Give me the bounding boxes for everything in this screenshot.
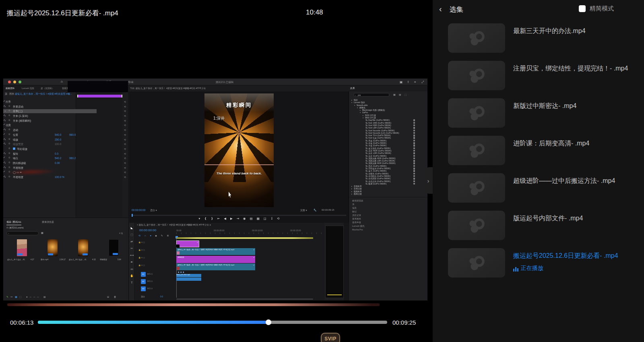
ruler-label: 00:00 bbox=[176, 229, 182, 232]
preset-checkbox-icon bbox=[413, 173, 415, 175]
effects-tree-label: SL 亮蓝 (GoPro 5800K) bbox=[365, 139, 386, 142]
playlist-item-title: 搬运起号2025.12.6日更新必看- .mp4 bbox=[513, 251, 634, 260]
effects-tree-label: 预设 bbox=[354, 99, 358, 101]
effect-value: 0.0 bbox=[55, 152, 58, 155]
twirl-icon: ▸ bbox=[5, 105, 6, 108]
video-overlay-subtitle: The three stand back to back. bbox=[204, 172, 274, 175]
effect-label: 缩放宽度 bbox=[13, 143, 23, 146]
netdisk-logo-icon bbox=[466, 66, 487, 86]
preset-checkbox-icon bbox=[413, 119, 415, 121]
track-header-v4: 🔒 ⊙ ◻ bbox=[138, 241, 145, 243]
progress-handle[interactable] bbox=[266, 319, 271, 325]
playlist-item[interactable]: 最新三天开中的办法.mp4 bbox=[448, 23, 637, 53]
twirl-icon: ▸ bbox=[5, 138, 6, 141]
playlist-item[interactable]: 超级进阶——过中后搬运方法- .mp4 bbox=[448, 173, 637, 203]
effect-label: 运动 bbox=[13, 129, 18, 132]
reset-icon: ⟲ bbox=[124, 114, 126, 117]
media-browser-tab: 媒体浏览器 bbox=[42, 220, 54, 224]
playlist-collapse-button[interactable]: › bbox=[424, 167, 433, 194]
fx-badge-icon: ⊙ bbox=[8, 109, 10, 112]
reset-icon: ⟲ bbox=[124, 110, 126, 112]
playlist-thumbnail[interactable] bbox=[448, 173, 505, 203]
playlist-item-text: 最新三天开中的办法.mp4 bbox=[513, 23, 634, 53]
twirl-icon: ▸ bbox=[351, 191, 352, 193]
playlist-item-title: 进阶课：后期变高清- .mp4 bbox=[513, 139, 634, 148]
track-a1-badge: A1 bbox=[141, 272, 146, 277]
preset-checkbox-icon bbox=[413, 178, 415, 180]
effects-view-icon: ▦ bbox=[393, 93, 396, 96]
effects-tree-label: SL 暖调 (GoPro 5800K) bbox=[365, 182, 386, 185]
fx-badge-icon: ⊙ bbox=[8, 128, 10, 131]
premiere-window-title: 测试211 已编辑 bbox=[192, 81, 257, 84]
playlist-item[interactable]: 注册贝宝，绑定结性，提现完结！- .mp4 bbox=[448, 61, 637, 90]
ruler-label: 00:00:10:00 bbox=[252, 229, 262, 232]
reset-icon: ⟲ bbox=[124, 100, 126, 103]
fx-badge-icon: ⊙ bbox=[8, 105, 10, 107]
playlist-item[interactable]: 进阶课：后期变高清- .mp4 bbox=[448, 136, 637, 165]
source-clip-row: 源 · 图形 超短儿_复个条存，周一快乐！#穿搭 #时尚复型 #嘟… bbox=[5, 92, 76, 96]
twirl-icon: ▸ bbox=[5, 119, 6, 122]
playlist-item[interactable]: 新版过中斯密达- .mp4 bbox=[448, 98, 637, 128]
preset-checkbox-icon bbox=[413, 140, 415, 142]
twirl-icon: ▾ bbox=[354, 104, 355, 106]
transport-icon: ⇥ bbox=[237, 217, 239, 220]
playlist-item[interactable]: 搬运起号2025.12.6日更新必看- .mp4 正在播放 bbox=[448, 248, 637, 278]
chevron-right-icon: › bbox=[427, 177, 429, 184]
playlist-item-text: 进阶课：后期变高清- .mp4 bbox=[513, 136, 634, 165]
track-a2-badge: A2 bbox=[141, 279, 146, 284]
checkbox-icon: ✓ bbox=[3, 99, 5, 102]
effects-tree-label: 视频过渡 bbox=[354, 193, 362, 195]
reset-icon: ⟲ bbox=[124, 133, 126, 136]
effect-row: ▸ ⊙ ✓ 文本 (精彩瞬间) ⟲ bbox=[3, 118, 129, 123]
project-footer-icons: ✎≔▦⬚ ●─── ▤ bbox=[6, 295, 48, 298]
reset-icon: ⟲ bbox=[124, 124, 126, 126]
video-frame[interactable]: ⌂ 导入 编辑 导出 测试211 已编辑 ▣ ⇧ ≡ ⤢ bbox=[3, 79, 427, 308]
effect-label: 图形 bbox=[6, 100, 11, 104]
bin-thumb-4 bbox=[109, 239, 119, 256]
clip-v4-graphic: ⊿ bbox=[176, 240, 199, 247]
fx-badge-icon: ⊙ bbox=[8, 147, 10, 149]
wrench-icon: 🔧 bbox=[314, 209, 317, 211]
panel-group-row: 媒体浏览器 bbox=[349, 199, 427, 203]
playlist-item[interactable]: 版运起号内部文件- .mp4 bbox=[448, 211, 637, 240]
clip-v4-thumb bbox=[176, 245, 180, 247]
tool-icon: T bbox=[129, 281, 134, 284]
effects-tree-label: SL Noir 70 A (GoPro 5800K) bbox=[365, 134, 391, 137]
compact-mode-toggle[interactable]: 精简模式 bbox=[579, 5, 614, 12]
playlist-thumbnail[interactable] bbox=[448, 211, 505, 240]
transport-icon: ▦ bbox=[257, 217, 260, 220]
playlist-thumbnail[interactable] bbox=[448, 61, 505, 90]
preset-checkbox-icon bbox=[413, 130, 415, 132]
checkbox-icon: ✓ bbox=[13, 147, 15, 150]
reset-icon: ⟲ bbox=[124, 166, 126, 169]
reset-icon: ⟲ bbox=[124, 105, 126, 108]
playlist-item-text: 注册贝宝，绑定结性，提现完结！- .mp4 bbox=[513, 61, 634, 90]
misc-icons: ◆ ✎ ≣ bbox=[155, 234, 170, 237]
tool-icon: ✒ bbox=[129, 261, 134, 264]
clip-a1b bbox=[176, 278, 201, 281]
effect-label: 位置 bbox=[13, 133, 18, 137]
duration-chip bbox=[48, 253, 53, 255]
effect-value: 540.0 bbox=[55, 133, 61, 136]
monitor-playhead bbox=[132, 214, 133, 217]
panel-group-row: 库 bbox=[349, 203, 427, 206]
monitor-scrub-ruler bbox=[132, 215, 346, 216]
effect-label: 文本 (精彩瞬间) bbox=[13, 119, 31, 123]
playlist-thumbnail[interactable] bbox=[448, 248, 505, 278]
back-chevron-icon[interactable]: ‹ bbox=[439, 4, 442, 14]
playlist-thumbnail[interactable] bbox=[448, 23, 505, 53]
video-player[interactable]: 搬运起号2025.12.6日更新必看- .mp4 10:48 ⌂ 导入 编辑 导… bbox=[0, 0, 433, 342]
timeline-toolbar: ⟲ ∩ ▾ ◆ ✎ ≣ bbox=[138, 234, 170, 237]
effect-row: ⊙ ✓ 锚点 540.2 960.2 ⟲ bbox=[3, 156, 129, 161]
playlist-thumbnail[interactable] bbox=[448, 98, 505, 128]
progress-bar[interactable] bbox=[38, 321, 387, 324]
playlist-item-title: 版运起号内部文件- .mp4 bbox=[513, 214, 634, 223]
transport-icon: ⟲ bbox=[277, 217, 279, 220]
playlist-item-text: 新版过中斯密达- .mp4 bbox=[513, 98, 634, 128]
compact-mode-checkbox[interactable] bbox=[579, 5, 586, 12]
transport-icon: ▶ bbox=[230, 217, 233, 220]
playlist-item-title: 新版过中斯密达- .mp4 bbox=[513, 102, 634, 110]
now-playing-row: 正在播放 bbox=[513, 265, 634, 272]
playlist-thumbnail[interactable] bbox=[448, 136, 505, 165]
transport-icon: ❵ bbox=[211, 217, 213, 220]
